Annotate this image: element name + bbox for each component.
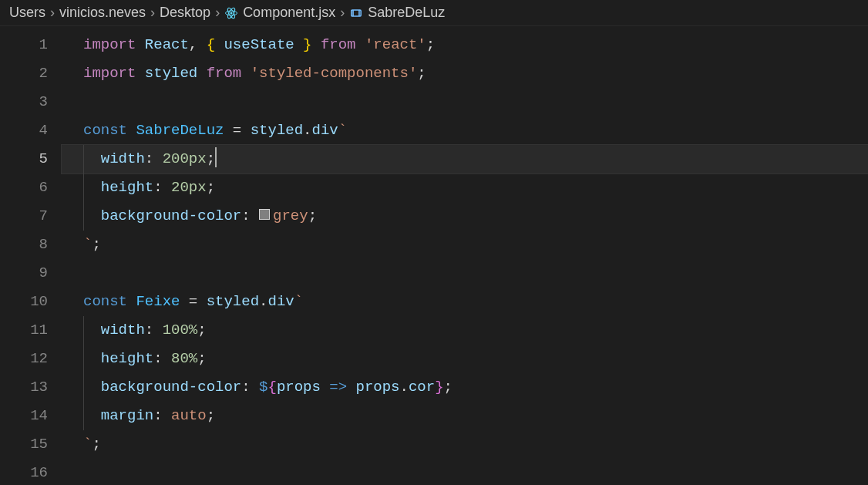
line-number: 1 — [0, 31, 48, 59]
crumb-label: Component.jsx — [243, 5, 335, 21]
code-line[interactable]: background-color: grey; — [62, 202, 868, 231]
code-line[interactable] — [62, 88, 868, 116]
code-line[interactable]: const Feixe = styled.div` — [62, 288, 868, 316]
line-number: 7 — [0, 202, 48, 231]
text-cursor — [215, 147, 217, 167]
line-number: 15 — [0, 430, 48, 459]
line-number: 4 — [0, 116, 48, 145]
code-line[interactable] — [62, 259, 868, 288]
code-line[interactable]: `; — [62, 430, 868, 459]
code-area[interactable]: import React, { useState } from 'react';… — [62, 26, 868, 485]
symbol-variable-icon — [349, 6, 363, 20]
code-line[interactable]: import React, { useState } from 'react'; — [62, 31, 868, 59]
crumb-desktop[interactable]: Desktop — [160, 5, 210, 21]
chevron-right-icon: › — [340, 5, 345, 21]
svg-point-0 — [230, 12, 233, 14]
line-number: 2 — [0, 59, 48, 88]
line-number: 6 — [0, 173, 48, 202]
line-number: 9 — [0, 259, 48, 288]
line-number: 10 — [0, 288, 48, 316]
line-number: 8 — [0, 231, 48, 259]
line-number: 11 — [0, 316, 48, 345]
code-line[interactable]: height: 20px; — [62, 173, 868, 202]
crumb-users[interactable]: Users — [9, 5, 45, 21]
code-line[interactable]: width: 100%; — [62, 316, 868, 345]
line-number: 5 — [0, 145, 48, 173]
code-line-active[interactable]: width: 200px; — [62, 145, 868, 173]
code-editor[interactable]: 1 2 3 4 5 6 7 8 9 10 11 12 13 14 15 16 i… — [0, 26, 868, 485]
crumb-label: SabreDeLuz — [368, 5, 445, 21]
chevron-right-icon: › — [215, 5, 220, 21]
line-number-gutter: 1 2 3 4 5 6 7 8 9 10 11 12 13 14 15 16 — [0, 26, 62, 485]
line-number: 12 — [0, 345, 48, 373]
react-icon — [224, 6, 238, 20]
breadcrumb[interactable]: Users › vinicios.neves › Desktop › Compo… — [0, 0, 868, 26]
code-line[interactable]: import styled from 'styled-components'; — [62, 59, 868, 88]
code-line[interactable]: height: 80%; — [62, 345, 868, 373]
chevron-right-icon: › — [50, 5, 55, 21]
chevron-right-icon: › — [150, 5, 155, 21]
code-line[interactable] — [62, 459, 868, 485]
crumb-symbol[interactable]: SabreDeLuz — [349, 5, 445, 21]
crumb-label: Users — [9, 5, 45, 21]
code-line[interactable]: margin: auto; — [62, 402, 868, 430]
crumb-label: Desktop — [160, 5, 210, 21]
color-swatch-icon[interactable] — [259, 209, 270, 220]
line-number: 14 — [0, 402, 48, 430]
crumb-user[interactable]: vinicios.neves — [59, 5, 146, 21]
code-line[interactable]: background-color: ${props => props.cor}; — [62, 373, 868, 402]
code-line[interactable]: const SabreDeLuz = styled.div` — [62, 116, 868, 145]
line-number: 3 — [0, 88, 48, 116]
code-line[interactable]: `; — [62, 231, 868, 259]
crumb-label: vinicios.neves — [59, 5, 146, 21]
line-number: 13 — [0, 373, 48, 402]
crumb-file[interactable]: Component.jsx — [224, 5, 335, 21]
line-number: 16 — [0, 459, 48, 485]
